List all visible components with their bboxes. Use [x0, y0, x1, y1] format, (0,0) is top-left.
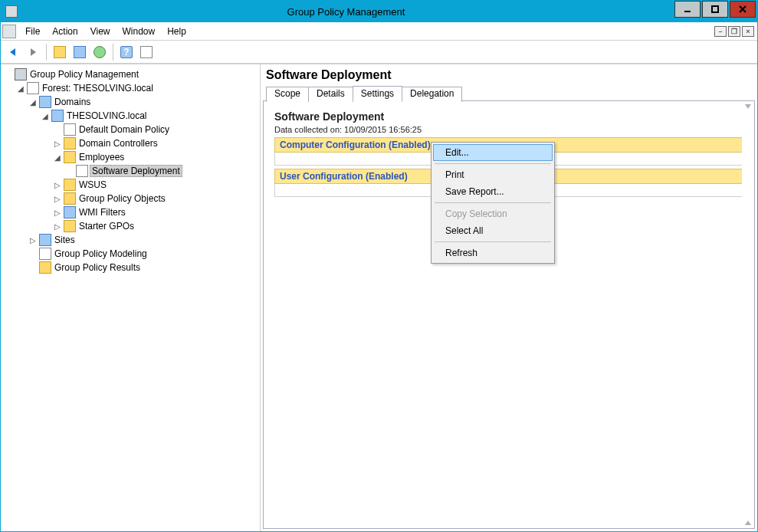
menu-action[interactable]: Action — [46, 23, 84, 40]
context-save-report[interactable]: Save Report... — [433, 183, 553, 200]
help-button[interactable]: ? — [117, 43, 136, 61]
menu-help[interactable]: Help — [161, 23, 192, 40]
menubar: File Action View Window Help – ❐ × — [1, 22, 757, 41]
tree-default-domain-policy[interactable]: Default Domain Policy — [53, 123, 258, 136]
tree-sites[interactable]: ▷Sites — [28, 233, 258, 247]
mdi-close-button[interactable]: × — [742, 26, 754, 37]
context-edit[interactable]: Edit... — [433, 144, 553, 161]
context-print[interactable]: Print — [433, 166, 553, 183]
menu-window[interactable]: Window — [116, 23, 162, 40]
client-area: Group Policy Management ◢Forest: THESOLV… — [1, 64, 757, 531]
svg-rect-1 — [712, 6, 718, 12]
svg-marker-4 — [10, 48, 15, 56]
mdi-restore-button[interactable]: ❐ — [728, 26, 740, 37]
tree-toggle-icon — [74, 46, 86, 58]
vertical-scrollbar[interactable] — [742, 101, 754, 528]
mmc-icon — [15, 68, 27, 80]
tree-employees[interactable]: ◢Employees — [53, 150, 258, 164]
tab-scope[interactable]: Scope — [266, 87, 309, 102]
content-pane: Software Deployment Scope Details Settin… — [261, 64, 757, 531]
tree-results[interactable]: Group Policy Results — [28, 261, 258, 274]
context-separator — [435, 241, 551, 242]
report-title: Software Deployment — [274, 110, 743, 123]
ou-icon — [64, 179, 76, 191]
main-window: Group Policy Management File Action View… — [0, 0, 758, 532]
tree-domain[interactable]: ◢THESOLVING.local — [41, 109, 258, 123]
context-separator — [435, 163, 551, 164]
context-separator — [435, 202, 551, 203]
wmi-icon — [64, 206, 76, 218]
ou-icon — [64, 151, 76, 163]
menu-file[interactable]: File — [19, 23, 46, 40]
context-select-all[interactable]: Select All — [433, 222, 553, 239]
maximize-button[interactable] — [702, 1, 728, 18]
sites-icon — [39, 234, 51, 246]
modeling-icon — [39, 248, 51, 260]
scroll-up-icon — [745, 104, 751, 110]
folder-up-icon — [54, 46, 66, 58]
help-icon: ? — [120, 46, 133, 58]
menu-view[interactable]: View — [84, 23, 116, 40]
tree-pane[interactable]: Group Policy Management ◢Forest: THESOLV… — [1, 64, 261, 531]
toolbar: ? — [1, 41, 757, 64]
tree-gpo-container[interactable]: ▷Group Policy Objects — [53, 192, 258, 205]
window-controls — [674, 1, 757, 22]
tab-settings[interactable]: Settings — [353, 86, 402, 101]
back-button[interactable] — [4, 43, 22, 61]
svg-marker-5 — [31, 48, 36, 56]
close-button[interactable] — [730, 1, 756, 18]
refresh-button[interactable] — [90, 43, 109, 61]
context-menu: Edit... Print Save Report... Copy Select… — [431, 142, 555, 264]
scroll-down-icon — [745, 519, 751, 525]
gpo-link-icon — [64, 123, 76, 136]
up-button[interactable] — [51, 43, 69, 61]
gpo-link-icon — [76, 165, 88, 177]
tree-modeling[interactable]: Group Policy Modeling — [28, 247, 258, 261]
tree-domain-controllers[interactable]: ▷Domain Controllers — [53, 136, 258, 150]
refresh-icon — [94, 46, 106, 58]
minimize-button[interactable] — [674, 1, 701, 18]
tabstrip: Scope Details Settings Delegation — [263, 85, 755, 101]
context-refresh[interactable]: Refresh — [433, 245, 553, 261]
window-title: Group Policy Management — [18, 6, 674, 18]
page-title: Software Deployment — [263, 67, 755, 84]
results-icon — [39, 261, 51, 274]
tree-starter-gpos[interactable]: ▷Starter GPOs — [53, 219, 258, 233]
show-tree-button[interactable] — [71, 43, 89, 61]
context-copy-selection: Copy Selection — [433, 205, 553, 222]
report-collected: Data collected on: 10/09/2015 16:56:25 — [274, 125, 743, 134]
forward-button[interactable] — [24, 43, 42, 61]
properties-icon — [140, 46, 153, 58]
tab-delegation[interactable]: Delegation — [402, 87, 462, 102]
tree-software-deployment[interactable]: Software Deployment — [65, 164, 258, 178]
tree-forest[interactable]: ◢Forest: THESOLVING.local — [16, 81, 258, 95]
console-icon — [2, 25, 16, 38]
tree-root[interactable]: Group Policy Management — [4, 67, 258, 81]
folder-icon — [64, 192, 76, 205]
properties-button[interactable] — [137, 43, 156, 61]
folder-icon — [64, 220, 76, 232]
forest-icon — [27, 82, 39, 94]
app-icon — [5, 5, 18, 18]
tab-details[interactable]: Details — [308, 87, 353, 102]
tree-wmi-filters[interactable]: ▷WMI Filters — [53, 205, 258, 219]
mdi-minimize-button[interactable]: – — [714, 26, 727, 37]
ou-icon — [64, 137, 76, 149]
domain-icon — [51, 110, 64, 122]
tree-wsus[interactable]: ▷WSUS — [53, 178, 258, 192]
tree-domains[interactable]: ◢Domains — [28, 95, 258, 109]
titlebar[interactable]: Group Policy Management — [1, 1, 757, 22]
domains-icon — [39, 96, 51, 108]
